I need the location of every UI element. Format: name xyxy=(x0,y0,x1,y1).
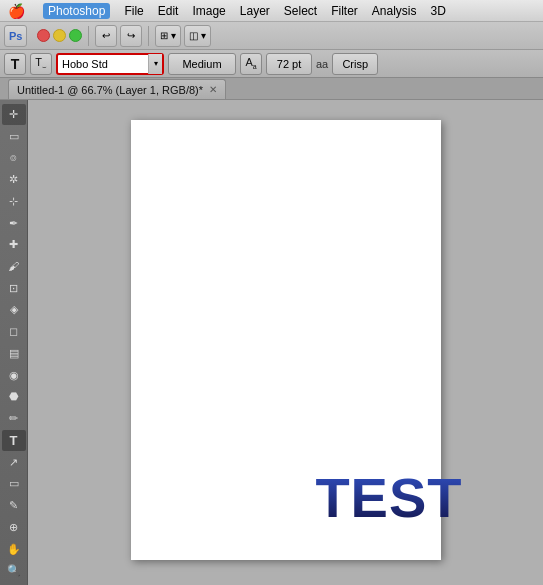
healing-brush-tool[interactable]: ✚ xyxy=(2,234,26,255)
gradient-tool[interactable]: ▤ xyxy=(2,343,26,364)
crop-tool[interactable]: ⊹ xyxy=(2,191,26,212)
pen-tool[interactable]: ✏ xyxy=(2,408,26,429)
zoom-icon: 🔍 xyxy=(7,565,21,576)
crop-icon: ⊹ xyxy=(9,196,18,207)
shape-icon: ▭ xyxy=(9,478,19,489)
layout-icon: ◫ ▾ xyxy=(189,30,206,41)
menu-filter[interactable]: Filter xyxy=(331,4,358,18)
tab-bar: Untitled-1 @ 66.7% (Layer 1, RGB/8)* ✕ xyxy=(0,78,543,100)
menu-select[interactable]: Select xyxy=(284,4,317,18)
clone-stamp-icon: ⊡ xyxy=(9,283,18,294)
font-warp-button[interactable]: T⌣ xyxy=(30,53,52,75)
type-tool-option[interactable]: T xyxy=(4,53,26,75)
undo-icon: ↩ xyxy=(102,30,110,41)
hand-icon: ✋ xyxy=(7,544,21,555)
marquee-icon: ▭ xyxy=(9,131,19,142)
aa-label: aa xyxy=(316,58,328,70)
menu-layer[interactable]: Layer xyxy=(240,4,270,18)
marquee-tool[interactable]: ▭ xyxy=(2,126,26,147)
arrange-icon: ⊞ ▾ xyxy=(160,30,176,41)
blur-tool[interactable]: ◉ xyxy=(2,365,26,386)
font-family-select[interactable]: Hobo Std xyxy=(58,58,148,70)
type-tool-icon: T xyxy=(11,56,20,72)
hand-tool[interactable]: ✋ xyxy=(2,539,26,560)
history-brush-tool[interactable]: ◈ xyxy=(2,300,26,321)
dodge-tool[interactable]: ⬣ xyxy=(2,387,26,408)
path-selection-tool[interactable]: ↗ xyxy=(2,452,26,473)
tools-panel: ✛ ▭ ⌾ ✲ ⊹ ✒ ✚ 🖌 ⊡ ◈ ◻ ▤ ◉ ⬣ ✏ T ↗ ▭ ✎ xyxy=(0,100,28,585)
color-sample-icon: ⊕ xyxy=(9,522,18,533)
eraser-icon: ◻ xyxy=(9,326,18,337)
font-style-select[interactable]: Medium xyxy=(168,53,236,75)
path-selection-icon: ↗ xyxy=(9,457,18,468)
clone-stamp-tool[interactable]: ⊡ xyxy=(2,278,26,299)
pen-icon: ✏ xyxy=(9,413,18,424)
quick-select-icon: ✲ xyxy=(9,174,18,185)
font-warp-icon: T⌣ xyxy=(35,56,47,71)
canvas[interactable]: TEST xyxy=(131,120,441,560)
menu-bar: 🍎 Photoshop File Edit Image Layer Select… xyxy=(0,0,543,22)
type-icon: T xyxy=(10,434,18,447)
quick-select-tool[interactable]: ✲ xyxy=(2,169,26,190)
gradient-icon: ▤ xyxy=(9,348,19,359)
eyedropper-tool[interactable]: ✒ xyxy=(2,213,26,234)
font-family-arrow[interactable]: ▾ xyxy=(148,54,162,74)
color-sample-tool[interactable]: ⊕ xyxy=(2,517,26,538)
redo-button[interactable]: ↪ xyxy=(120,25,142,47)
font-size-icon: Aa xyxy=(245,56,256,70)
lasso-tool[interactable]: ⌾ xyxy=(2,147,26,168)
dodge-icon: ⬣ xyxy=(9,391,19,402)
ps-button[interactable]: Ps xyxy=(4,25,27,47)
ps-icon: Ps xyxy=(9,30,22,42)
eraser-tool[interactable]: ◻ xyxy=(2,321,26,342)
font-size-input[interactable] xyxy=(266,53,312,75)
move-icon: ✛ xyxy=(9,109,18,120)
notes-icon: ✎ xyxy=(9,500,18,511)
layout-button[interactable]: ◫ ▾ xyxy=(184,25,211,47)
traffic-light-green[interactable] xyxy=(69,29,82,42)
traffic-light-red[interactable] xyxy=(37,29,50,42)
font-size-container xyxy=(266,53,312,75)
shape-tool[interactable]: ▭ xyxy=(2,473,26,494)
arrange-button[interactable]: ⊞ ▾ xyxy=(155,25,181,47)
menu-edit[interactable]: Edit xyxy=(158,4,179,18)
healing-icon: ✚ xyxy=(9,239,18,250)
redo-icon: ↪ xyxy=(127,30,135,41)
traffic-light-yellow[interactable] xyxy=(53,29,66,42)
toolbar-top: Ps ↩ ↪ ⊞ ▾ ◫ ▾ xyxy=(0,22,543,50)
menu-analysis[interactable]: Analysis xyxy=(372,4,417,18)
lasso-icon: ⌾ xyxy=(10,152,17,163)
tab-close-button[interactable]: ✕ xyxy=(209,84,217,95)
notes-tool[interactable]: ✎ xyxy=(2,495,26,516)
document-tab[interactable]: Untitled-1 @ 66.7% (Layer 1, RGB/8)* ✕ xyxy=(8,79,226,99)
blur-icon: ◉ xyxy=(9,370,19,381)
menu-3d[interactable]: 3D xyxy=(431,4,446,18)
type-tool[interactable]: T xyxy=(2,430,26,451)
move-tool[interactable]: ✛ xyxy=(2,104,26,125)
app-name-menu[interactable]: Photoshop xyxy=(43,3,110,19)
brush-icon: 🖌 xyxy=(8,261,19,272)
apple-menu[interactable]: 🍎 xyxy=(8,3,25,19)
options-bar: T T⌣ Hobo Std ▾ Medium Aa aa Crisp xyxy=(0,50,543,78)
canvas-text-element[interactable]: TEST xyxy=(315,465,462,530)
canvas-area[interactable]: TEST xyxy=(28,100,543,585)
anti-alias-select[interactable]: Crisp xyxy=(332,53,378,75)
history-brush-icon: ◈ xyxy=(10,304,18,315)
undo-button[interactable]: ↩ xyxy=(95,25,117,47)
eyedropper-icon: ✒ xyxy=(9,218,18,229)
font-family-selector[interactable]: Hobo Std ▾ xyxy=(56,53,164,75)
menu-file[interactable]: File xyxy=(124,4,143,18)
brush-tool[interactable]: 🖌 xyxy=(2,256,26,277)
tab-label: Untitled-1 @ 66.7% (Layer 1, RGB/8)* xyxy=(17,84,203,96)
workspace: ✛ ▭ ⌾ ✲ ⊹ ✒ ✚ 🖌 ⊡ ◈ ◻ ▤ ◉ ⬣ ✏ T ↗ ▭ ✎ xyxy=(0,100,543,585)
font-size-icon-btn: Aa xyxy=(240,53,262,75)
zoom-tool[interactable]: 🔍 xyxy=(2,560,26,581)
menu-image[interactable]: Image xyxy=(192,4,225,18)
